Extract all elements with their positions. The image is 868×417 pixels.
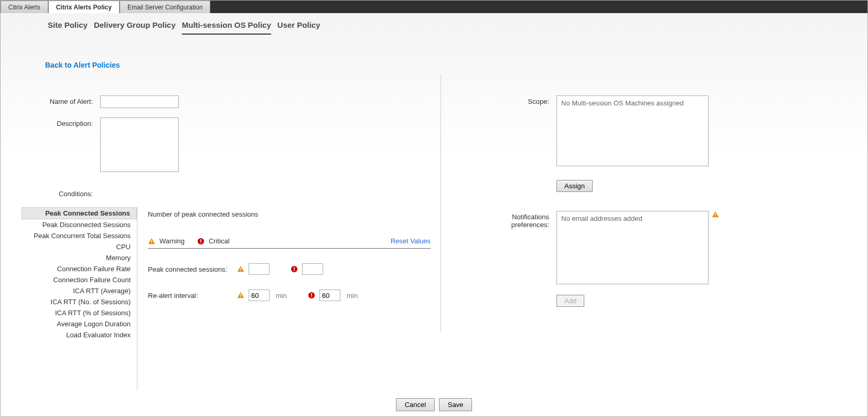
- svg-rect-1: [151, 240, 152, 242]
- name-of-alert-input[interactable]: [100, 95, 179, 108]
- svg-rect-17: [311, 296, 312, 297]
- peak-connected-sessions-row-label: Peak connected sessions:: [148, 265, 237, 273]
- realert-interval-row-label: Re-alert interval:: [148, 292, 237, 300]
- svg-rect-14: [240, 297, 241, 297]
- top-tab-bar: Citrix Alerts Citrix Alerts Policy Email…: [1, 1, 867, 13]
- critical-icon: [197, 238, 205, 245]
- policy-sub-tabs: Site Policy Delivery Group Policy Multi-…: [1, 13, 867, 35]
- svg-rect-4: [200, 239, 201, 242]
- subtab-delivery-group-policy[interactable]: Delivery Group Policy: [94, 17, 176, 35]
- svg-rect-20: [715, 216, 715, 217]
- condition-connection-failure-count[interactable]: Connection Failure Count: [22, 274, 137, 285]
- subtab-multi-session-os-policy[interactable]: Multi-session OS Policy: [182, 17, 271, 35]
- condition-load-evaluator-index[interactable]: Load Evaluator Index: [22, 329, 137, 340]
- notifications-preferences-label: Notifications preferences:: [504, 211, 556, 229]
- tab-citrix-alerts-policy[interactable]: Citrix Alerts Policy: [48, 1, 120, 13]
- footer-buttons: Cancel Save: [1, 398, 867, 411]
- reset-values-link[interactable]: Reset Values: [391, 237, 431, 245]
- svg-rect-8: [240, 271, 241, 271]
- conditions-list: Peak Connected Sessions Peak Disconnecte…: [22, 207, 137, 391]
- critical-label: Critical: [209, 237, 230, 245]
- svg-rect-19: [715, 213, 715, 215]
- add-button[interactable]: Add: [556, 295, 584, 307]
- save-button[interactable]: Save: [439, 398, 473, 411]
- svg-rect-2: [151, 242, 152, 243]
- tab-citrix-alerts[interactable]: Citrix Alerts: [1, 1, 48, 13]
- scope-box: No Multi-session OS Machines assigned: [556, 95, 709, 166]
- subtab-site-policy[interactable]: Site Policy: [48, 17, 88, 35]
- realert-interval-critical-input[interactable]: [319, 290, 340, 301]
- svg-rect-5: [200, 242, 201, 243]
- warning-label: Warning: [159, 237, 185, 245]
- realert-interval-warning-input[interactable]: [249, 290, 270, 301]
- condition-ica-rtt-average[interactable]: ICA RTT (Average): [22, 285, 137, 296]
- conditions-label: Conditions:: [1, 188, 100, 198]
- tab-email-server-configuration[interactable]: Email Server Configuration: [120, 1, 210, 13]
- svg-rect-13: [240, 294, 241, 296]
- assign-button[interactable]: Assign: [556, 180, 593, 192]
- svg-rect-11: [294, 270, 295, 271]
- name-of-alert-label: Name of Alert:: [1, 95, 100, 105]
- condition-peak-disconnected-sessions[interactable]: Peak Disconnected Sessions: [22, 219, 137, 230]
- cancel-button[interactable]: Cancel: [396, 398, 435, 411]
- critical-icon: [291, 265, 298, 273]
- condition-description: Number of peak connected sessions: [148, 210, 431, 218]
- condition-peak-connected-sessions[interactable]: Peak Connected Sessions: [22, 207, 137, 219]
- svg-rect-10: [294, 267, 295, 270]
- warning-icon: [712, 211, 719, 218]
- notifications-box: No email addresses added: [556, 211, 709, 284]
- condition-ica-rtt-percent[interactable]: ICA RTT (% of Sessions): [22, 307, 137, 318]
- svg-rect-7: [240, 268, 241, 270]
- unit-min: min: [276, 292, 287, 300]
- condition-memory[interactable]: Memory: [22, 252, 137, 263]
- warning-icon: [237, 265, 244, 273]
- condition-peak-concurrent-total-sessions[interactable]: Peak Concurrent Total Sessions: [22, 230, 137, 241]
- subtab-user-policy[interactable]: User Policy: [277, 17, 320, 35]
- unit-min: min: [347, 292, 358, 300]
- peak-connected-sessions-warning-input[interactable]: [249, 263, 270, 275]
- scope-label: Scope:: [504, 95, 556, 105]
- description-input[interactable]: [100, 117, 179, 172]
- condition-connection-failure-rate[interactable]: Connection Failure Rate: [22, 263, 137, 274]
- critical-icon: [308, 292, 315, 299]
- warning-icon: [237, 292, 244, 299]
- condition-avg-logon-duration[interactable]: Average Logon Duration: [22, 318, 137, 329]
- description-label: Description:: [1, 117, 100, 127]
- back-to-alert-policies-link[interactable]: Back to Alert Policies: [45, 61, 120, 69]
- warning-icon: [148, 238, 155, 245]
- peak-connected-sessions-critical-input[interactable]: [302, 263, 323, 275]
- condition-ica-rtt-sessions[interactable]: ICA RTT (No. of Sessions): [22, 296, 137, 307]
- condition-cpu[interactable]: CPU: [22, 241, 137, 252]
- svg-rect-16: [311, 293, 312, 296]
